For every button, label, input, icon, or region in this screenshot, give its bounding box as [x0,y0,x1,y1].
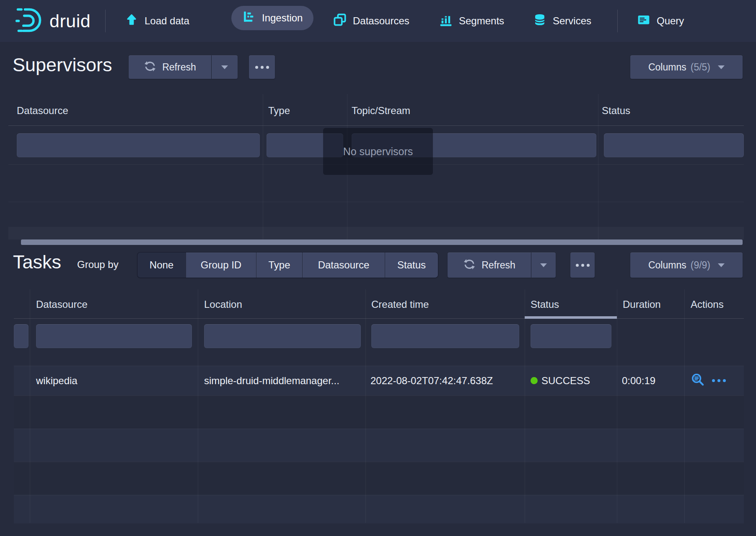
tasks-col-location[interactable]: Location [204,299,242,310]
column-divider [525,289,525,523]
refresh-label: Refresh [162,62,196,73]
supervisors-refresh-button[interactable]: Refresh [129,55,211,79]
column-divider [198,289,198,523]
tasks-col-status[interactable]: Status [531,299,559,310]
status-success-dot [531,377,538,384]
task-datasource: wikipedia [36,366,78,395]
nav-label: Load data [145,15,189,27]
group-by-none[interactable]: None [137,252,186,278]
tasks-more-button[interactable] [570,252,595,278]
druid-logo[interactable]: druid [15,0,91,42]
supervisors-col-status[interactable]: Status [602,105,630,117]
supervisors-table: Datasource Type Topic/Stream Status No s… [8,94,744,245]
no-supervisors-overlay: No supervisors [323,128,433,175]
columns-count: (5/5) [691,62,710,73]
task-row-cells: wikipedia simple-druid-middlemanager... … [14,366,744,395]
task-more-actions-icon[interactable] [712,379,726,382]
group-by-status[interactable]: Status [385,252,438,278]
empty-message: No supervisors [343,146,413,158]
supervisors-horizontal-scrollbar[interactable] [21,239,743,245]
tasks-refresh-caret-button[interactable] [531,252,556,278]
group-by-type[interactable]: Type [256,252,302,278]
segments-icon [439,13,453,29]
group-by-label: Group by [77,259,119,271]
column-divider [30,289,30,523]
tasks-filter-datasource[interactable] [36,324,192,348]
refresh-icon [144,60,156,74]
more-icon [255,66,269,69]
druid-logo-icon [15,6,44,36]
nav-item-datasources[interactable]: Datasources [333,0,409,42]
supervisors-columns-button[interactable]: Columns (5/5) [630,55,743,79]
refresh-icon [463,258,476,272]
chevron-down-icon [221,65,228,69]
top-nav: druid Load data Ingestion [0,0,756,42]
supervisors-filter-datasource[interactable] [17,133,260,157]
supervisors-col-datasource[interactable]: Datasource [17,105,68,117]
group-by-segmented-control: None Group ID Type Datasource Status [137,252,438,278]
tasks-col-datasource[interactable]: Datasource [36,299,88,310]
empty-row-shade [8,227,744,239]
row-divider [8,202,744,202]
supervisors-col-type[interactable]: Type [268,105,290,117]
tasks-filter-created-time[interactable] [371,324,519,348]
column-divider [617,289,617,523]
nav-label: Ingestion [262,12,303,24]
tasks-title: Tasks [13,252,61,273]
supervisors-filter-status[interactable] [604,133,744,157]
tasks-refresh-button[interactable]: Refresh [448,252,531,278]
tasks-columns-button[interactable]: Columns (9/9) [630,252,743,278]
tasks-col-actions[interactable]: Actions [691,299,724,310]
chevron-down-icon [540,263,547,267]
empty-row [14,429,744,462]
nav-label: Query [657,15,684,27]
columns-label: Columns [648,260,686,271]
query-icon [637,13,650,29]
nav-item-query[interactable]: Query [637,0,684,42]
task-detail-magnifier-icon[interactable] [691,372,705,389]
tasks-filter-location[interactable] [204,324,361,348]
tasks-col-created-time[interactable]: Created time [371,299,429,310]
refresh-label: Refresh [482,260,515,271]
ingestion-icon [242,10,256,26]
column-divider [684,289,685,523]
nav-label: Datasources [353,15,409,27]
empty-row [14,462,744,495]
brand-name: druid [49,11,91,31]
task-status: SUCCESS [531,366,590,395]
column-divider [365,289,366,523]
supervisors-refresh-caret-button[interactable] [212,55,238,79]
tasks-col-duration[interactable]: Duration [623,299,661,310]
services-icon [533,13,546,29]
nav-item-ingestion[interactable]: Ingestion [231,6,313,30]
nav-item-services[interactable]: Services [533,0,591,42]
datasources-icon [333,13,347,29]
sort-indicator-status [525,316,617,319]
nav-item-segments[interactable]: Segments [439,0,504,42]
more-icon [576,264,590,267]
task-created-time: 2022-08-02T07:42:47.638Z [370,366,493,395]
tasks-filter-first-column[interactable] [14,324,28,348]
chevron-down-icon [718,65,725,69]
supervisors-title: Supervisors [13,55,112,75]
task-location: simple-druid-middlemanager... [204,366,339,395]
header-divider [14,318,744,319]
supervisors-col-topic-stream[interactable]: Topic/Stream [352,105,410,117]
supervisors-more-button[interactable] [249,55,275,79]
nav-label: Segments [459,15,504,27]
columns-count: (9/9) [691,260,710,271]
nav-item-load-data[interactable]: Load data [125,0,189,42]
columns-label: Columns [648,62,686,73]
group-by-datasource[interactable]: Datasource [303,252,385,278]
upload-icon [125,13,138,29]
task-duration: 0:00:19 [622,366,655,395]
tasks-filter-status[interactable] [531,324,611,348]
tasks-table: Datasource Location Created time Status … [14,289,744,523]
group-by-group-id[interactable]: Group ID [186,252,256,278]
nav-divider [105,10,106,32]
task-actions [691,366,726,395]
header-divider [8,125,744,126]
nav-label: Services [553,15,591,27]
column-divider [263,94,263,239]
empty-row [14,495,744,523]
